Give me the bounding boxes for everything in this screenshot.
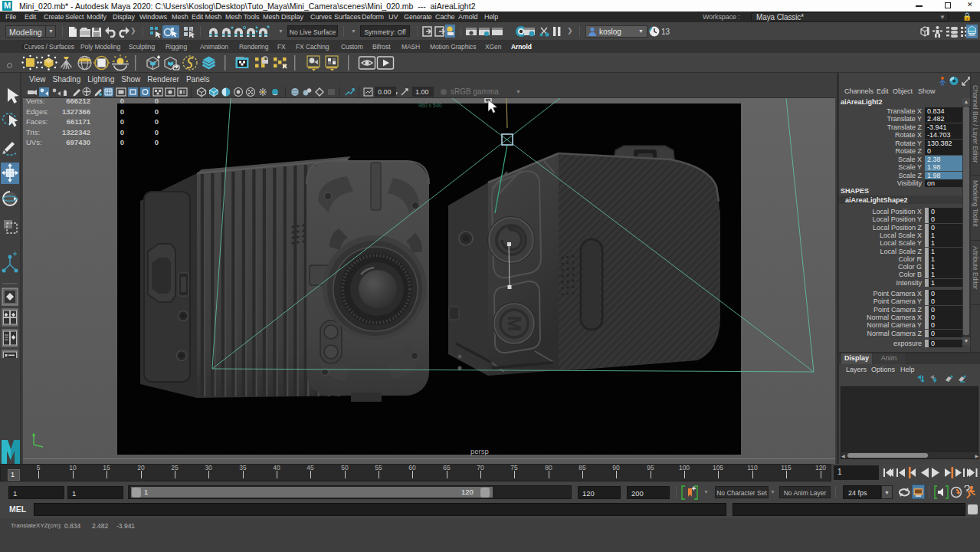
svg-text:Edges:: Edges: — [26, 107, 49, 116]
svg-text:M: M — [504, 316, 525, 331]
svg-text:697430: 697430 — [66, 138, 90, 146]
svg-text:0: 0 — [155, 107, 159, 116]
svg-text:0: 0 — [120, 138, 124, 146]
svg-text:Tris:: Tris: — [26, 128, 40, 136]
svg-text:1322342: 1322342 — [62, 128, 90, 136]
svg-text:persp: persp — [470, 447, 489, 455]
svg-text:960 x 540: 960 x 540 — [418, 103, 442, 108]
svg-text:Verts:: Verts: — [26, 98, 44, 105]
svg-text:0: 0 — [155, 128, 159, 136]
svg-text:Faces:: Faces: — [26, 117, 48, 126]
svg-text:0: 0 — [120, 128, 124, 136]
svg-text:0: 0 — [155, 138, 159, 146]
svg-text:0: 0 — [120, 98, 124, 105]
svg-text:0: 0 — [155, 98, 159, 105]
svg-text:0: 0 — [120, 107, 124, 116]
svg-text:UVs:: UVs: — [26, 138, 42, 146]
svg-text:0: 0 — [155, 117, 159, 126]
svg-text:661171: 661171 — [67, 117, 91, 126]
svg-text:0: 0 — [120, 117, 124, 126]
svg-text:666212: 666212 — [66, 98, 90, 105]
svg-text:1327366: 1327366 — [62, 107, 90, 116]
